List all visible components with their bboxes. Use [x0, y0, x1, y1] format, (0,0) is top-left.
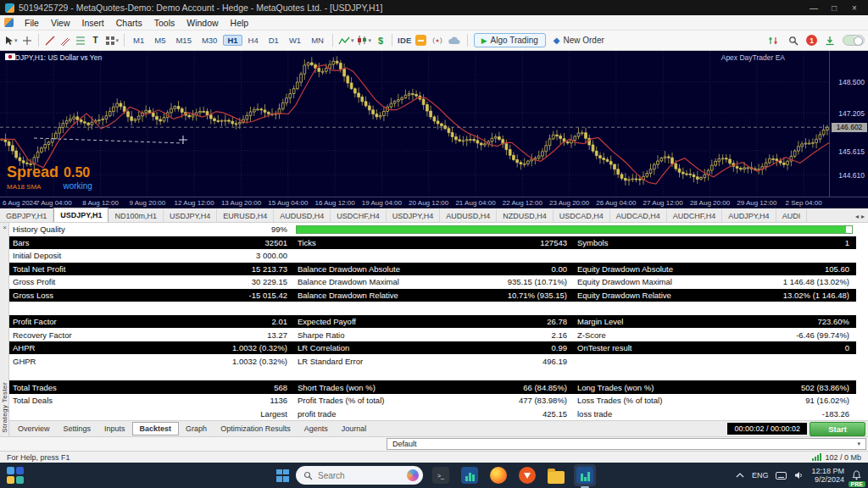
- timeframe-d1[interactable]: D1: [264, 35, 283, 46]
- chart-tab-14[interactable]: AUDI: [776, 209, 808, 222]
- search-button[interactable]: [786, 32, 801, 49]
- chart-tab-12[interactable]: AUDCHF,H4: [667, 209, 723, 222]
- chart-tab-4[interactable]: EURUSD,H4: [217, 209, 274, 222]
- menu-tools[interactable]: Tools: [148, 18, 181, 28]
- touch-keyboard-icon[interactable]: [776, 472, 787, 480]
- chart-area[interactable]: USDJPY,H1: US Dollar vs Yen Apex DayTrad…: [0, 51, 868, 208]
- taskbar-search[interactable]: [296, 466, 423, 485]
- tester-tab-agents[interactable]: Agents: [298, 422, 335, 435]
- ea-name-label: Apex DayTrader EA: [721, 53, 785, 62]
- brave-app-icon[interactable]: [516, 464, 538, 486]
- shapes-tool-button[interactable]: ▾: [103, 32, 121, 49]
- language-indicator[interactable]: ENG: [752, 471, 769, 480]
- vps-button[interactable]: [446, 32, 464, 49]
- indicators-button[interactable]: ▾: [337, 32, 356, 49]
- start-button[interactable]: Start: [810, 422, 865, 436]
- scroll-right-button[interactable]: ▸: [861, 213, 865, 220]
- dollar-icon[interactable]: $: [373, 32, 388, 49]
- search-input[interactable]: [318, 471, 394, 480]
- terminal-app-icon[interactable]: >_: [430, 464, 452, 486]
- algo-trading-button[interactable]: ▶ Algo Trading: [474, 33, 546, 47]
- trendline-tool-button[interactable]: [42, 32, 58, 49]
- menu-help[interactable]: Help: [225, 18, 255, 28]
- signals-button[interactable]: [429, 32, 446, 49]
- time-scale[interactable]: 6 Aug 20247 Aug 04:008 Aug 12:009 Aug 20…: [0, 197, 868, 208]
- chart-tab-6[interactable]: USDCHF,H4: [331, 209, 387, 222]
- chart-tab-13[interactable]: AUDJPY,H4: [722, 209, 776, 222]
- updates-button[interactable]: [822, 32, 837, 49]
- chart-tab-3[interactable]: USDJPY,H4: [164, 209, 217, 222]
- timeframe-m15[interactable]: M15: [171, 35, 195, 46]
- menu-charts[interactable]: Charts: [110, 18, 148, 28]
- maximize-button[interactable]: □: [824, 3, 844, 13]
- fibonacci-tool-button[interactable]: [73, 32, 88, 49]
- tester-profile-row: Default ▾: [0, 436, 868, 451]
- widgets-icon[interactable]: [7, 467, 24, 484]
- firefox-app-icon[interactable]: [487, 464, 509, 486]
- chart-tab-7[interactable]: USDJPY,H4: [387, 209, 440, 222]
- profile-dropdown[interactable]: Default ▾: [387, 438, 866, 450]
- timeframe-mn[interactable]: MN: [307, 35, 328, 46]
- metatrader-tester-app-icon[interactable]: [574, 464, 596, 486]
- timeframe-h4[interactable]: H4: [244, 35, 263, 46]
- market-button[interactable]: [414, 32, 429, 49]
- chart-tab-11[interactable]: AUDCAD,H4: [610, 209, 667, 222]
- report-value: 502 (83.86%): [801, 383, 849, 392]
- tester-tab-settings[interactable]: Settings: [57, 422, 98, 435]
- price-scale[interactable]: 146.602 148.500147.205145.615144.610: [829, 51, 868, 197]
- chart-plot[interactable]: USDJPY,H1: US Dollar vs Yen Apex DayTrad…: [0, 51, 829, 197]
- tester-tab-backtest[interactable]: Backtest: [132, 422, 180, 435]
- channel-tool-button[interactable]: [58, 32, 73, 49]
- scroll-left-button[interactable]: ◂: [855, 213, 859, 220]
- notification-bell-icon[interactable]: [852, 470, 861, 480]
- ide-button[interactable]: IDE: [396, 32, 414, 49]
- report-value: 13.02% (1 146.48): [783, 291, 849, 300]
- metatrader-app-icon[interactable]: [459, 464, 481, 486]
- menu-window[interactable]: Window: [181, 18, 224, 28]
- chart-tab-1[interactable]: USDJPY,H1: [53, 208, 108, 222]
- report-value: 425.15: [542, 409, 567, 419]
- pointer-tool-button[interactable]: ▾: [3, 32, 19, 49]
- tester-tab-graph[interactable]: Graph: [179, 422, 214, 435]
- timeframe-h1[interactable]: H1: [223, 35, 242, 46]
- menu-insert[interactable]: Insert: [76, 18, 110, 28]
- menu-view[interactable]: View: [45, 18, 76, 28]
- taskbar-clock[interactable]: 12:18 PM 9/2/2024: [811, 467, 844, 484]
- volume-icon[interactable]: [794, 471, 804, 480]
- report-cell: Margin Level723.60%: [574, 317, 856, 326]
- one-click-toggle[interactable]: [843, 35, 865, 46]
- tester-tab-inputs[interactable]: Inputs: [97, 422, 132, 435]
- timeframe-m1[interactable]: M1: [129, 35, 148, 46]
- chart-tab-8[interactable]: AUDUSD,H4: [440, 209, 497, 222]
- tester-tab-overview[interactable]: Overview: [11, 422, 57, 435]
- new-order-button[interactable]: ◆ New Order: [548, 34, 609, 47]
- system-tray: ENG 12:18 PM 9/2/2024: [736, 463, 861, 488]
- depth-of-market-button[interactable]: [765, 32, 781, 49]
- tester-tab-journal[interactable]: Journal: [335, 422, 374, 435]
- report-label: Total Trades: [13, 383, 57, 392]
- report-row-5: Gross Loss-15 015.42Balance Drawdown Rel…: [9, 289, 856, 302]
- objects-button[interactable]: ▾: [355, 32, 373, 49]
- chart-tab-10[interactable]: USDCAD,H4: [554, 209, 610, 222]
- price-label-2: 145.615: [838, 147, 865, 156]
- chart-tab-2[interactable]: ND100m,H1: [108, 209, 164, 222]
- timeframe-m5[interactable]: M5: [150, 35, 170, 46]
- menu-file[interactable]: File: [19, 18, 45, 28]
- text-tool-button[interactable]: T: [88, 32, 103, 49]
- chart-tab-9[interactable]: NZDUSD,H4: [497, 209, 554, 222]
- tester-tab-optimization-results[interactable]: Optimization Results: [214, 422, 298, 435]
- crosshair-tool-button[interactable]: [19, 32, 35, 49]
- timeframe-m30[interactable]: M30: [198, 35, 221, 46]
- chart-tab-5[interactable]: AUDUSD,H4: [274, 209, 331, 222]
- close-button[interactable]: ×: [844, 3, 865, 13]
- file-explorer-app-icon[interactable]: [545, 464, 567, 486]
- tester-close-button[interactable]: ×: [0, 224, 9, 231]
- start-button-windows[interactable]: [276, 469, 289, 482]
- notifications-badge[interactable]: 1: [806, 35, 817, 46]
- mt5-logo-icon: [4, 18, 14, 27]
- chart-tab-0[interactable]: GBPJPY,H1: [0, 209, 53, 222]
- chevron-up-icon[interactable]: [736, 473, 744, 478]
- timeframe-w1[interactable]: W1: [285, 35, 305, 46]
- copilot-icon[interactable]: [407, 469, 419, 481]
- minimize-button[interactable]: —: [804, 3, 824, 13]
